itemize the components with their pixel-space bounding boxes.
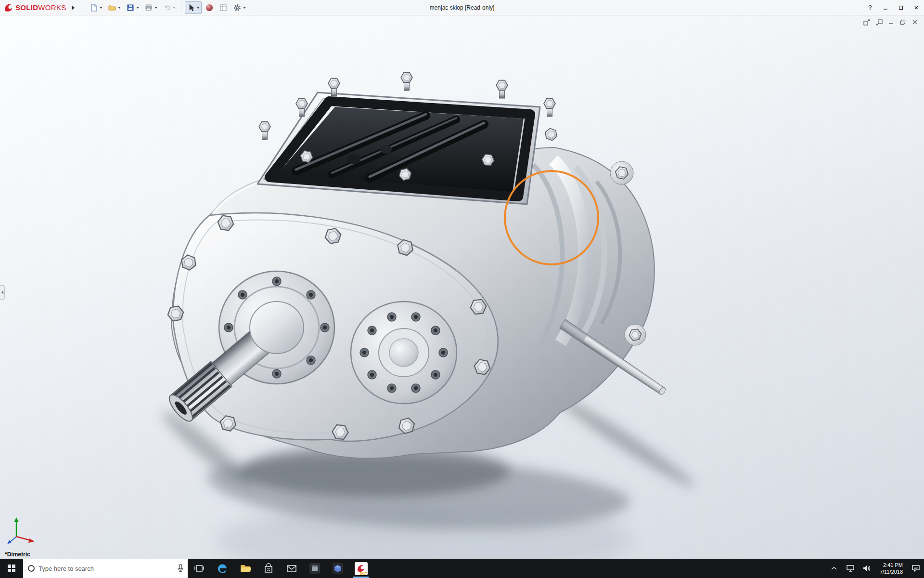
minimize-icon (883, 5, 888, 10)
right-bearing-boss[interactable] (351, 302, 457, 404)
menu-expand-button[interactable] (69, 2, 77, 13)
dropdown-caret-icon (136, 7, 139, 9)
clock-time: 2:41 PM (883, 562, 903, 568)
dropdown-caret-icon (243, 7, 246, 9)
start-button[interactable] (0, 559, 23, 578)
document-window-controls (862, 18, 919, 26)
brand-text-light: WORKS (38, 3, 66, 12)
mail-button[interactable] (280, 559, 303, 578)
doc-close-button[interactable] (911, 18, 919, 26)
open-button[interactable] (106, 1, 123, 14)
gearbox-model[interactable] (166, 73, 667, 459)
windows-logo-icon (8, 565, 15, 572)
solidworks-window: SOLIDWORKS (0, 0, 924, 578)
store-button[interactable] (257, 559, 280, 578)
dropdown-caret-icon (118, 7, 121, 9)
ds-logo-icon (4, 3, 13, 13)
toolbar-separator (181, 3, 181, 13)
close-icon (914, 5, 919, 10)
dropdown-caret-icon (173, 7, 176, 9)
file-explorer-button[interactable] (234, 559, 257, 578)
solidworks-logo: SOLIDWORKS (0, 3, 69, 13)
tray-expand-button[interactable] (826, 559, 842, 578)
quick-access-toolbar (88, 1, 248, 14)
appearance-button[interactable] (203, 1, 216, 14)
maximize-button[interactable] (893, 0, 909, 15)
triad-z-arrow (7, 540, 12, 544)
float-window-button[interactable] (862, 18, 871, 26)
dropdown-caret-icon (154, 7, 157, 9)
app-3d-cube-icon (332, 563, 344, 574)
select-tool-button[interactable] (185, 1, 202, 14)
orientation-triad (6, 515, 37, 547)
mail-icon (286, 564, 297, 573)
action-center-button[interactable] (908, 559, 924, 578)
document-title: menjac sklop [Read-only] (430, 0, 495, 15)
app-window-icon (309, 563, 321, 574)
triad-x-arrow (28, 539, 35, 543)
shaft-hub[interactable] (250, 302, 304, 354)
clock-date: 7/11/2018 (880, 568, 903, 575)
dropdown-caret-icon (197, 7, 200, 9)
minimize-button[interactable] (878, 0, 893, 15)
dock-window-button[interactable] (874, 18, 883, 26)
restore-icon (900, 19, 906, 25)
new-document-icon (90, 3, 98, 12)
collapse-arrow-icon (1, 290, 3, 294)
options-gear-icon (233, 3, 242, 12)
view-orientation-label: *Dimetric (5, 551, 30, 558)
design-table-button[interactable] (217, 1, 230, 14)
volume-button[interactable] (859, 559, 875, 578)
undo-button[interactable] (161, 1, 178, 14)
solidworks-tile: 2017 (355, 562, 368, 575)
print-button[interactable] (142, 1, 159, 14)
save-button[interactable] (124, 1, 141, 14)
solidworks-year-badge: 2017 (359, 572, 367, 575)
save-floppy-icon (126, 3, 135, 12)
doc-restore-button[interactable] (898, 18, 907, 26)
doc-minimize-button[interactable] (886, 18, 895, 26)
brand-text-bold: SOLID (15, 3, 38, 12)
task-view-icon (194, 564, 205, 573)
edge-icon (217, 563, 228, 574)
window-controls: ? (862, 0, 924, 15)
dock-window-icon (875, 19, 883, 26)
minimize-icon (888, 19, 894, 25)
taskbar-clock[interactable]: 2:41 PM 7/11/2018 (875, 559, 908, 578)
close-icon (912, 19, 918, 25)
network-button[interactable] (842, 559, 859, 578)
open-folder-icon (108, 3, 116, 12)
select-arrow-icon (187, 3, 195, 12)
triad-y-arrow (14, 517, 19, 522)
options-button[interactable] (231, 1, 248, 14)
3d-scene[interactable] (0, 15, 924, 559)
triad-x-axis (16, 537, 31, 540)
store-icon (264, 563, 273, 574)
dark-app-window-button[interactable] (303, 559, 326, 578)
taskbar: 2017 2:41 PM 7/11/2018 (0, 559, 924, 578)
chevron-up-icon (831, 566, 837, 571)
help-button[interactable]: ? (862, 0, 878, 15)
task-view-button[interactable] (188, 559, 211, 578)
close-button[interactable] (909, 0, 924, 15)
taskbar-spacer (372, 559, 826, 578)
microphone-icon[interactable] (177, 564, 184, 573)
cortana-icon (28, 565, 35, 572)
action-center-icon (911, 565, 920, 572)
edge-button[interactable] (211, 559, 234, 578)
float-window-icon (863, 19, 871, 26)
taskbar-search[interactable] (23, 559, 188, 578)
titlebar: SOLIDWORKS (0, 0, 924, 15)
expand-arrow-icon (72, 5, 75, 10)
panel-collapse-tab[interactable] (0, 285, 5, 300)
print-icon (144, 3, 153, 12)
graphics-area[interactable]: *Dimetric (0, 15, 924, 559)
dark-app-3d-button[interactable] (326, 559, 349, 578)
search-input[interactable] (38, 565, 173, 572)
network-icon (846, 565, 855, 572)
maximize-icon (898, 5, 903, 10)
new-document-button[interactable] (88, 1, 104, 14)
appearance-sphere-icon (205, 3, 214, 12)
solidworks-app-button[interactable]: 2017 (349, 559, 372, 578)
top-cover[interactable] (257, 73, 559, 204)
